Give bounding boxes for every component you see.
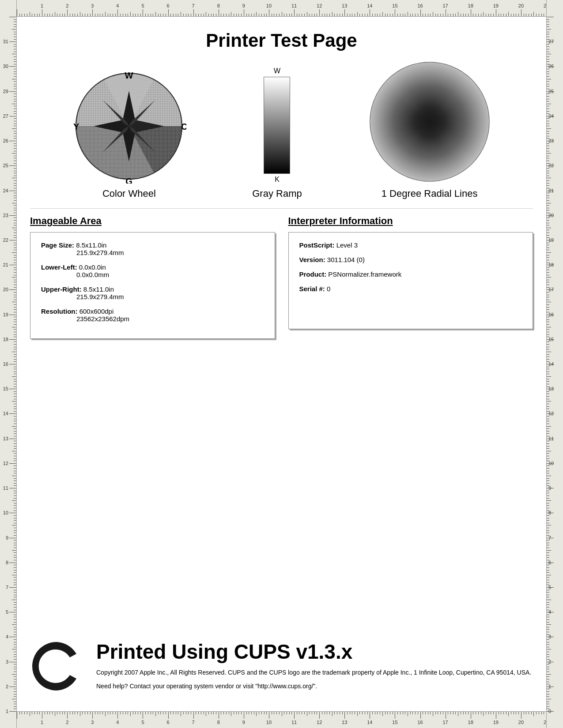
upper-right-label: Upper-Right:	[41, 285, 82, 293]
imageable-area-box: Page Size: 8.5x11.0in 215.9x279.4mm Lowe…	[30, 232, 275, 339]
svg-text:UNIX: UNIX	[55, 655, 68, 661]
footer-help: Need help? Contact your operating system…	[96, 682, 533, 691]
resolution-value: 600x600dpi	[79, 308, 114, 315]
svg-text:Y: Y	[73, 122, 79, 131]
ruler-left: 3130292726252423222120191816151413121110…	[0, 0, 17, 728]
version-row: Version: 3011.104 (0)	[299, 256, 522, 263]
product-label: Product:	[299, 270, 327, 278]
interpreter-section: Interpreter Information PostScript: Leve…	[288, 215, 533, 339]
svg-text:C: C	[181, 122, 186, 131]
svg-rect-21	[264, 77, 290, 173]
radial-lines-item: 1 Degree Radial Lines	[368, 60, 491, 199]
lower-left-row: Lower-Left: 0.0x0.0in 0.0x0.0mm	[41, 263, 264, 278]
svg-text:Printing: Printing	[51, 661, 71, 668]
footer-section: UNIX Printing System Printed Using CUPS …	[17, 631, 546, 702]
lower-left-label: Lower-Left:	[41, 263, 77, 271]
lower-left-mm: 0.0x0.0mm	[76, 271, 109, 278]
gray-ramp-label: Gray Ramp	[252, 188, 302, 199]
info-sections: Imageable Area Page Size: 8.5x11.0in 215…	[30, 215, 533, 339]
page-size-value: 8.5x11.0in	[76, 241, 106, 249]
page-size-mm: 215.9x279.4mm	[76, 249, 124, 256]
footer-text-area: Printed Using CUPS v1.3.x Copyright 2007…	[96, 640, 533, 691]
cups-logo: UNIX Printing System	[30, 640, 83, 693]
footer-title: Printed Using CUPS v1.3.x	[96, 640, 533, 664]
graphics-section: W C B G R Y Color Wheel W	[30, 60, 533, 199]
resolution-label: Resolution:	[41, 308, 78, 315]
resolution-dpm: 23562x23562dpm	[76, 315, 129, 323]
gray-ramp-bar	[264, 77, 290, 174]
product-value: PSNormalizer.framework	[328, 270, 401, 278]
postscript-label: PostScript:	[299, 241, 335, 249]
footer-copyright: Copyright 2007 Apple Inc., All Rights Re…	[96, 668, 533, 677]
color-wheel-label: Color Wheel	[102, 188, 156, 199]
radial-lines-label: 1 Degree Radial Lines	[382, 188, 478, 199]
lower-left-value: 0.0x0.0in	[79, 263, 106, 271]
ruler-top: 123456789101112131415161718192021	[0, 0, 563, 17]
postscript-value: Level 3	[336, 241, 358, 249]
resolution-row: Resolution: 600x600dpi 23562x23562dpm	[41, 308, 264, 323]
serial-row: Serial #: 0	[299, 285, 522, 293]
version-label: Version:	[299, 256, 325, 263]
svg-point-1104	[370, 62, 489, 181]
gray-ramp-top-label: W	[274, 67, 280, 75]
postscript-row: PostScript: Level 3	[299, 241, 522, 249]
serial-label: Serial #:	[299, 285, 325, 293]
version-value: 3011.104 (0)	[327, 256, 365, 263]
page-title: Printer Test Page	[30, 30, 533, 51]
svg-text:W: W	[125, 71, 133, 80]
ruler-right: 2726252423222120191817161514131211109876…	[546, 0, 563, 728]
ruler-bottom: 123456789101112131415161718192021	[0, 711, 563, 728]
svg-text:G: G	[126, 176, 133, 184]
upper-right-mm: 215.9x279.4mm	[76, 293, 124, 300]
radial-lines	[368, 60, 491, 184]
main-content: Printer Test Page	[17, 17, 546, 711]
page-size-row: Page Size: 8.5x11.0in 215.9x279.4mm	[41, 241, 264, 256]
imageable-area-section: Imageable Area Page Size: 8.5x11.0in 215…	[30, 215, 275, 339]
gray-ramp-item: W K Gray Ramp	[252, 67, 302, 199]
color-wheel: W C B G R Y	[72, 69, 186, 184]
svg-text:System: System	[52, 668, 71, 674]
product-row: Product: PSNormalizer.framework	[299, 270, 522, 278]
separator	[30, 208, 533, 209]
gray-ramp-bottom-label: K	[275, 176, 280, 184]
upper-right-value: 8.5x11.0in	[83, 285, 114, 293]
serial-value: 0	[327, 285, 330, 293]
interpreter-box: PostScript: Level 3 Version: 3011.104 (0…	[288, 232, 533, 329]
interpreter-title: Interpreter Information	[288, 215, 533, 227]
upper-right-row: Upper-Right: 8.5x11.0in 215.9x279.4mm	[41, 285, 264, 300]
imageable-area-title: Imageable Area	[30, 215, 275, 227]
page-size-label: Page Size:	[41, 241, 74, 249]
color-wheel-item: W C B G R Y Color Wheel	[72, 69, 186, 199]
